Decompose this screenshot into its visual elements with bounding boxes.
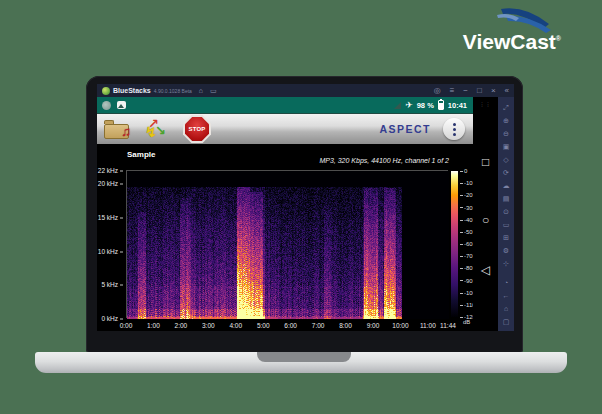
colorbar	[451, 171, 458, 317]
nav-recents-icon[interactable]: □	[482, 156, 489, 168]
spectrogram-panel: Sample MP3, 320 Kbps, 44100 Hz, channel …	[97, 144, 473, 331]
y-tick-label: 15 kHz	[97, 214, 123, 221]
macro-icon[interactable]: ⊙	[498, 205, 514, 218]
shortcut-icon[interactable]: ⊹	[498, 257, 514, 270]
menu-icon[interactable]: ≡	[450, 87, 455, 95]
y-tick-label: 5 kHz	[97, 281, 123, 288]
x-tick-label: 0:00	[120, 322, 133, 329]
support-icon[interactable]: ◎	[434, 87, 441, 95]
screenshot-icon[interactable]: ▣	[498, 140, 514, 153]
rotate-icon[interactable]: ⟳	[498, 166, 514, 179]
colorbar-tick-label: 0	[460, 168, 467, 174]
back-icon[interactable]: ←	[498, 289, 514, 302]
laptop-base	[35, 352, 567, 373]
bluestacks-window: BlueStacks 4.90.0.1028 Beta ⌂▭ ◎≡−□×« ✈	[97, 84, 514, 331]
android-home-icon[interactable]: ⌂	[498, 302, 514, 315]
shake-icon[interactable]: ◇	[498, 153, 514, 166]
x-tick-label: 2:00	[175, 322, 188, 329]
home-icon[interactable]: ⌂	[199, 87, 203, 95]
colorbar-tick-label: -10	[460, 180, 473, 186]
navbar-handle-icon[interactable]: ⋮⋮	[480, 101, 492, 107]
app-switch-icon[interactable]: ▭	[210, 87, 217, 95]
folder-icon[interactable]: ▭	[498, 218, 514, 231]
battery-icon	[438, 100, 444, 110]
viewcast-wordmark: ViewCast®	[463, 30, 561, 54]
fullscreen-icon[interactable]: ⤢	[498, 101, 514, 114]
notification-image-icon	[117, 101, 126, 109]
x-tick-label: 6:00	[284, 322, 297, 329]
stop-sign-icon: STOP	[183, 115, 211, 143]
notification-app-icon	[102, 101, 111, 110]
clock: 10:41	[448, 101, 467, 110]
colorbar-tick-label: -70	[460, 253, 473, 259]
volume-down-icon[interactable]: ⊖	[498, 127, 514, 140]
analyze-icon: ↗↯↘	[145, 117, 169, 141]
colorbar-tick-label: -20	[460, 192, 473, 198]
app-toolbar: ♫ ↗↯↘ STOP	[97, 113, 473, 144]
y-tick-label: 20 kHz	[97, 180, 123, 187]
bluestacks-sidebar: ⤢⊕⊖▣◇⟳☁▤⊙▭⊞⚙⊹◔←⌂▢	[498, 97, 514, 331]
colorbar-tick-label: -90	[460, 278, 473, 284]
maximize-icon[interactable]: □	[477, 87, 482, 95]
settings-icon[interactable]: ⚙	[498, 244, 514, 257]
window-titlebar: BlueStacks 4.90.0.1028 Beta ⌂▭ ◎≡−□×«	[97, 84, 514, 97]
y-tick-label: 0 kHz	[97, 315, 123, 322]
x-tick-label: 10:00	[392, 322, 408, 329]
android-navbar: ⋮⋮ □○◁	[473, 97, 498, 331]
x-tick-label: 4:00	[229, 322, 242, 329]
window-version: 4.90.0.1028 Beta	[154, 88, 192, 94]
viewcast-logo: ViewCast®	[455, 4, 565, 54]
spectrogram-plot[interactable]	[126, 170, 448, 318]
colorbar-tick-label: -60	[460, 241, 473, 247]
minimize-icon[interactable]: −	[463, 87, 468, 95]
open-file-button[interactable]: ♫	[104, 118, 131, 140]
window-controls: ◎≡−□×«	[425, 87, 509, 95]
cloud-sync-icon[interactable]: ☁	[498, 179, 514, 192]
colorbar-unit: dB	[463, 319, 470, 325]
folder-music-icon: ♫	[104, 118, 131, 140]
colorbar-tick-label: -40	[460, 217, 473, 223]
x-tick-label: 5:00	[257, 322, 270, 329]
window-main: ✈ 98 % 10:41 ♫	[97, 97, 514, 331]
android-screen: ✈ 98 % 10:41 ♫	[97, 97, 498, 331]
x-tick-label: 11:00	[420, 322, 436, 329]
x-tick-label: 9:00	[367, 322, 380, 329]
y-tick-label: 22 kHz	[97, 167, 123, 174]
bluestacks-logo-icon	[102, 87, 110, 95]
analyze-button[interactable]: ↗↯↘	[145, 117, 169, 141]
page-background: ViewCast® BlueStacks 4.90.0.1028 Beta ⌂▭…	[0, 0, 602, 414]
collapse-sidebar-icon[interactable]: «	[505, 87, 509, 95]
nav-back-icon[interactable]: ◁	[481, 264, 490, 276]
airplane-mode-icon: ✈	[405, 101, 413, 110]
recents-icon[interactable]: ▢	[498, 315, 514, 328]
multi-instance-icon[interactable]: ⊞	[498, 231, 514, 244]
colorbar-tick-label: -50	[460, 229, 473, 235]
file-info: MP3, 320 Kbps, 44100 Hz, channel 1 of 2	[319, 157, 449, 164]
volume-up-icon[interactable]: ⊕	[498, 114, 514, 127]
android-statusbar: ✈ 98 % 10:41	[97, 97, 473, 113]
colorbar-tick-label: -30	[460, 205, 473, 211]
x-tick-label: 1:00	[147, 322, 160, 329]
nav-home-icon[interactable]: ○	[482, 214, 489, 226]
laptop-hinge-notch	[257, 352, 351, 362]
y-tick-label: 10 kHz	[97, 247, 123, 254]
registered-mark: ®	[556, 35, 561, 42]
colorbar-tick-label: -80	[460, 265, 473, 271]
x-tick-label: 11:44	[440, 322, 456, 329]
x-tick-label: 3:00	[202, 322, 215, 329]
x-tick-label: 8:00	[339, 322, 352, 329]
close-icon[interactable]: ×	[491, 87, 496, 95]
media-manager-icon[interactable]: ▤	[498, 192, 514, 205]
app-title: ASPECT	[379, 123, 431, 135]
stop-button[interactable]: STOP	[183, 115, 211, 143]
window-title: BlueStacks	[113, 87, 151, 94]
track-label: Sample	[127, 150, 155, 159]
x-tick-label: 7:00	[312, 322, 325, 329]
spectrogram-canvas	[127, 171, 449, 319]
battery-percent: 98 %	[417, 101, 434, 110]
signal-icon	[394, 102, 401, 109]
overflow-menu-button[interactable]	[443, 118, 465, 140]
help-icon[interactable]: ◔	[498, 276, 514, 289]
